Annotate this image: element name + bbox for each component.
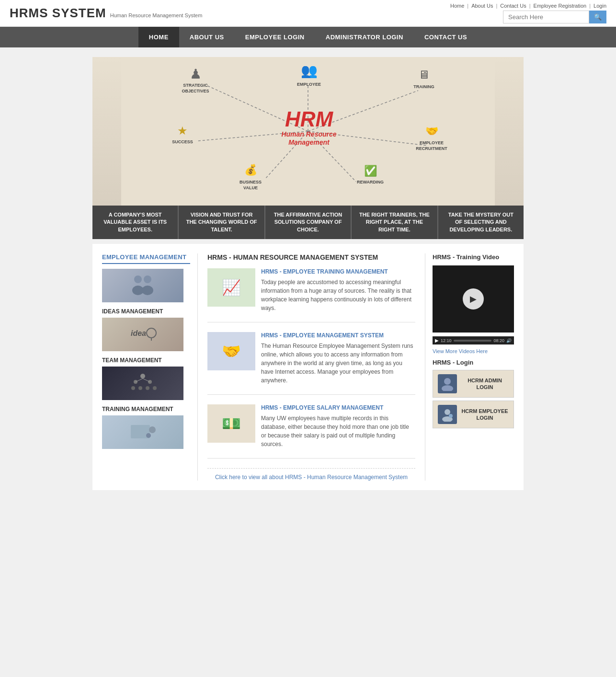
- svg-point-40: [146, 386, 149, 390]
- svg-text:Human Resource: Human Resource: [281, 130, 336, 138]
- team-mgmt-image: [102, 367, 183, 400]
- people-svg: [128, 274, 157, 298]
- video-play-small[interactable]: ▶: [435, 338, 439, 343]
- svg-text:♟: ♟: [190, 67, 202, 81]
- admin-login-button[interactable]: HCRM ADMIN LOGIN: [433, 370, 514, 398]
- employee-icon-svg: [440, 407, 455, 422]
- page-wrapper: ♟ STRATEGIC OBJECTIVES 👥 EMPLOYEE 🖥 TRAI…: [88, 47, 528, 500]
- right-column: HRMS - Training Video ▶ ▶ 12:10 08:20 🔊 …: [425, 253, 514, 481]
- contact-link[interactable]: Contact Us: [500, 3, 526, 9]
- article-1-content: HRMS - EMPLOYEE TRAINING MANAGEMENT Toda…: [261, 268, 415, 312]
- nav-employee-login[interactable]: EMPLOYEE LOGIN: [235, 27, 315, 47]
- svg-line-43: [143, 379, 150, 382]
- svg-point-35: [140, 374, 145, 379]
- svg-text:💰: 💰: [244, 163, 258, 176]
- article-2-image: 🤝: [207, 332, 255, 370]
- slogans-bar: A COMPANY'S MOST VALUABLE ASSET IS ITS E…: [92, 206, 524, 239]
- svg-line-42: [136, 379, 143, 382]
- svg-text:idea: idea: [131, 329, 146, 337]
- svg-text:✅: ✅: [364, 164, 377, 177]
- left-col-title: EMPLOYEE MANAGEMENT: [102, 253, 190, 264]
- logo-area: HRMS SYSTEM Human Resource Management Sy…: [10, 6, 202, 21]
- view-videos-link[interactable]: View More Videos Here: [433, 348, 514, 354]
- article-1-title[interactable]: HRMS - EMPLOYEE TRAINING MANAGEMENT: [261, 268, 415, 275]
- article-2-text: The Human Resource Employee Management S…: [261, 342, 415, 385]
- search-button[interactable]: 🔍: [589, 11, 606, 23]
- team-svg: [128, 371, 157, 395]
- svg-point-33: [147, 328, 156, 338]
- idea-svg: idea: [128, 322, 157, 346]
- employee-mgmt-image: [102, 269, 183, 302]
- play-icon: ▶: [470, 294, 477, 304]
- login-section-title: HRMS - Login: [433, 359, 514, 366]
- slogan-1: A COMPANY'S MOST VALUABLE ASSET IS ITS E…: [92, 206, 179, 239]
- employee-reg-link[interactable]: Employee Registration: [534, 3, 587, 9]
- slogan-5: TAKE THE MYSTERY OUT OF SELECTING AND DE…: [438, 206, 524, 239]
- employee-login-icon: [438, 405, 457, 424]
- svg-text:Management: Management: [288, 138, 330, 146]
- svg-text:STRATEGIC: STRATEGIC: [183, 83, 208, 88]
- nav-about[interactable]: ABOUT US: [179, 27, 235, 47]
- mid-col-title: HRMS - HUMAN RESOURCE MANAGEMENT SYSTEM: [207, 253, 415, 261]
- volume-icon[interactable]: 🔊: [506, 338, 512, 343]
- training-mgmt-link[interactable]: TRAINING MANAGEMENT: [102, 406, 190, 413]
- login-link[interactable]: Login: [593, 3, 606, 9]
- nav-admin-login[interactable]: ADMINISTRATOR LOGIN: [315, 27, 414, 47]
- nav-home[interactable]: HOME: [138, 27, 179, 47]
- title-suffix: YSTEM: [61, 6, 106, 20]
- svg-text:EMPLOYEE: EMPLOYEE: [420, 140, 444, 145]
- main-nav: HOME ABOUT US EMPLOYEE LOGIN ADMINISTRAT…: [0, 27, 616, 47]
- training-mgmt-image: [102, 415, 183, 449]
- svg-point-29: [144, 275, 151, 283]
- svg-point-28: [134, 275, 142, 283]
- slogan-4: THE RIGHT TRAINERS, THE RIGHT PLACE, AT …: [352, 206, 438, 239]
- search-input[interactable]: [503, 11, 589, 23]
- svg-point-46: [146, 433, 151, 438]
- ideas-mgmt-link[interactable]: IDEAS MANAGEMENT: [102, 308, 190, 315]
- article-3-title[interactable]: HRMS - EMPLOYEE SALARY MANAGEMENT: [261, 404, 415, 411]
- top-links: Home | About Us | Contact Us | Employee …: [450, 3, 606, 9]
- view-all-link: Click here to view all about HRMS - Huma…: [207, 468, 415, 481]
- play-button[interactable]: ▶: [463, 288, 484, 310]
- employee-login-button[interactable]: HCRM EMPLOYEE LOGIN: [433, 401, 514, 428]
- article-3-content: HRMS - EMPLOYEE SALARY MANAGEMENT Many U…: [261, 404, 415, 448]
- about-link[interactable]: About Us: [471, 3, 493, 9]
- svg-point-31: [142, 286, 153, 295]
- view-all-anchor[interactable]: Click here to view all about HRMS - Huma…: [215, 474, 408, 481]
- video-player[interactable]: ▶: [433, 265, 514, 333]
- svg-point-48: [442, 385, 453, 391]
- training-svg: [128, 420, 157, 444]
- article-2-title[interactable]: HRMS - EMPLOYEE MANAGEMENT SYSTEM: [261, 332, 415, 339]
- svg-text:EMPLOYEE: EMPLOYEE: [297, 82, 321, 87]
- ideas-mgmt-image: idea: [102, 318, 183, 351]
- site-title: HRMS SYSTEM: [10, 6, 106, 21]
- search-icon: 🔍: [594, 13, 602, 21]
- article-1-image: 📈: [207, 268, 255, 307]
- top-bar: HRMS SYSTEM Human Resource Management Sy…: [0, 0, 616, 27]
- svg-point-49: [445, 409, 450, 415]
- admin-icon-svg: [440, 377, 455, 391]
- article-2: 🤝 HRMS - EMPLOYEE MANAGEMENT SYSTEM The …: [207, 332, 415, 395]
- svg-text:BUSINESS: BUSINESS: [240, 180, 262, 184]
- video-time-total: 08:20: [493, 338, 504, 343]
- nav-contact[interactable]: CONTACT US: [414, 27, 478, 47]
- article-2-content: HRMS - EMPLOYEE MANAGEMENT SYSTEM The Hu…: [261, 332, 415, 385]
- svg-text:RECRUITMENT: RECRUITMENT: [416, 146, 447, 151]
- home-link[interactable]: Home: [450, 3, 464, 9]
- slogan-2: VISION AND TRUST FOR THE CHANGING WORLD …: [179, 206, 265, 239]
- article-1: 📈 HRMS - EMPLOYEE TRAINING MANAGEMENT To…: [207, 268, 415, 322]
- svg-text:🖥: 🖥: [418, 68, 430, 81]
- team-mgmt-link[interactable]: TEAM MANAGEMENT: [102, 357, 190, 364]
- title-text: HRMS S: [10, 6, 61, 20]
- slogan-3: THE AFFIRMATIVE ACTION SOLUTIONS COMPANY…: [265, 206, 352, 239]
- employee-login-label: HCRM EMPLOYEE LOGIN: [461, 408, 509, 422]
- svg-text:HRM: HRM: [285, 107, 334, 131]
- search-bar: 🔍: [503, 11, 606, 23]
- video-progress-bar[interactable]: [454, 340, 492, 342]
- svg-text:★: ★: [177, 124, 188, 137]
- svg-point-47: [444, 378, 451, 385]
- login-section: HRMS - Login HCRM ADMIN LOGIN: [433, 359, 514, 428]
- svg-point-51: [449, 414, 453, 418]
- admin-login-icon: [438, 374, 457, 393]
- svg-text:TRAINING: TRAINING: [413, 84, 434, 89]
